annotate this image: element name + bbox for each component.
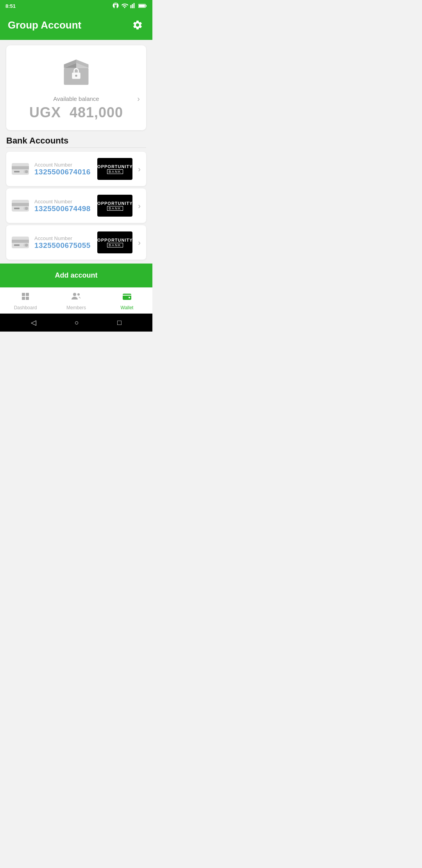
members-icon: [71, 292, 81, 303]
gear-icon: [132, 20, 143, 30]
balance-label-row: Available balance ›: [13, 95, 140, 102]
balance-chevron-icon[interactable]: ›: [137, 94, 140, 103]
card-chevron-1: ›: [138, 165, 141, 174]
nav-members-label: Members: [66, 305, 86, 310]
dashboard-icon: [21, 292, 30, 303]
card-chevron-3: ›: [138, 238, 141, 247]
svg-rect-21: [12, 240, 29, 243]
battery-icon: [138, 3, 147, 9]
page-title: Group Account: [8, 19, 81, 31]
svg-rect-11: [12, 166, 29, 169]
svg-rect-16: [12, 203, 29, 206]
balance-card[interactable]: Available balance › UGX 481,000: [6, 45, 146, 130]
wifi-icon: [121, 2, 128, 9]
card-icon-2: [12, 199, 29, 212]
svg-rect-12: [14, 171, 20, 172]
vpn-icon: [112, 2, 119, 9]
bank-accounts-section: Bank Accounts Account Number 13255006740…: [0, 136, 152, 260]
status-time: 8:51: [5, 3, 16, 9]
account-number-1: 1325500674016: [34, 168, 92, 176]
account-card-2[interactable]: Account Number 1325500674498 OPPORTUNITY…: [6, 188, 146, 223]
wallet-icon: [122, 292, 132, 303]
account-info-3: Account Number 1325500675055: [34, 235, 92, 250]
card-icon-3: [12, 236, 29, 249]
svg-point-28: [129, 297, 130, 298]
bottom-nav: Dashboard Members Wallet: [0, 287, 152, 314]
home-button[interactable]: ○: [75, 319, 79, 327]
svg-rect-22: [14, 244, 20, 246]
nav-wallet-label: Wallet: [121, 305, 134, 310]
account-number-3: 1325500675055: [34, 241, 92, 250]
account-card-1[interactable]: Account Number 1325500674016 OPPORTUNITY…: [6, 152, 146, 186]
account-label-2: Account Number: [34, 199, 92, 204]
account-label-3: Account Number: [34, 235, 92, 241]
account-label-1: Account Number: [34, 162, 92, 168]
add-account-button[interactable]: Add account: [0, 264, 152, 287]
card-chevron-2: ›: [138, 201, 141, 210]
svg-rect-2: [139, 5, 145, 7]
svg-rect-1: [146, 5, 147, 7]
svg-point-19: [25, 207, 28, 210]
bank-logo-2: OPPORTUNITY BANK: [97, 195, 132, 217]
status-bar: 8:51: [0, 0, 152, 12]
status-icons: [112, 2, 147, 9]
nav-dashboard-label: Dashboard: [14, 305, 37, 310]
nav-wallet[interactable]: Wallet: [102, 288, 152, 314]
svg-rect-17: [14, 208, 20, 209]
header: Group Account: [0, 12, 152, 40]
svg-rect-27: [123, 294, 131, 300]
bank-logo-1: OPPORTUNITY BANK: [97, 158, 132, 180]
balance-amount: UGX 481,000: [29, 104, 123, 121]
section-divider: [6, 147, 146, 148]
card-icon-1: [12, 162, 29, 176]
back-button[interactable]: ◁: [31, 318, 36, 327]
svg-point-25: [73, 293, 76, 296]
box-icon: [59, 53, 94, 90]
bank-logo-3: OPPORTUNITY BANK: [97, 231, 132, 253]
section-title: Bank Accounts: [6, 136, 146, 146]
signal-icon: [130, 3, 136, 9]
svg-point-9: [75, 75, 77, 77]
main-content: Available balance › UGX 481,000 Bank Acc…: [0, 45, 152, 287]
account-number-2: 1325500674498: [34, 204, 92, 213]
nav-members[interactable]: Members: [51, 288, 102, 314]
settings-button[interactable]: [131, 18, 145, 32]
recents-button[interactable]: □: [117, 319, 122, 327]
svg-point-24: [25, 244, 28, 247]
balance-label: Available balance: [53, 95, 99, 102]
account-info-2: Account Number 1325500674498: [34, 199, 92, 213]
nav-dashboard[interactable]: Dashboard: [0, 288, 51, 314]
android-nav-bar: ◁ ○ □: [0, 314, 152, 332]
svg-point-26: [77, 293, 80, 296]
account-card-3[interactable]: Account Number 1325500675055 OPPORTUNITY…: [6, 225, 146, 260]
account-info-1: Account Number 1325500674016: [34, 162, 92, 176]
svg-point-14: [25, 170, 28, 173]
